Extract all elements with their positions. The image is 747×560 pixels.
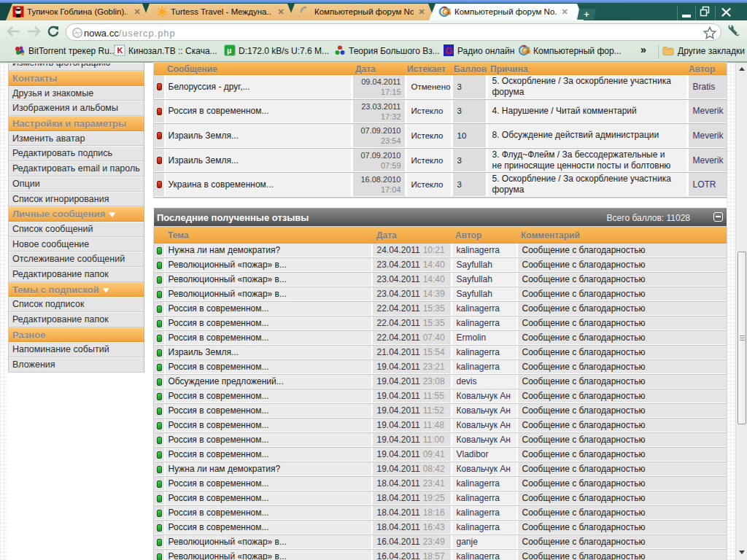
svg-text:µ: µ — [227, 46, 231, 55]
svg-text:GW: GW — [442, 7, 451, 16]
svg-text:K: K — [117, 46, 123, 55]
svg-text:G: G — [445, 45, 452, 56]
svg-text:GW: GW — [522, 46, 530, 55]
